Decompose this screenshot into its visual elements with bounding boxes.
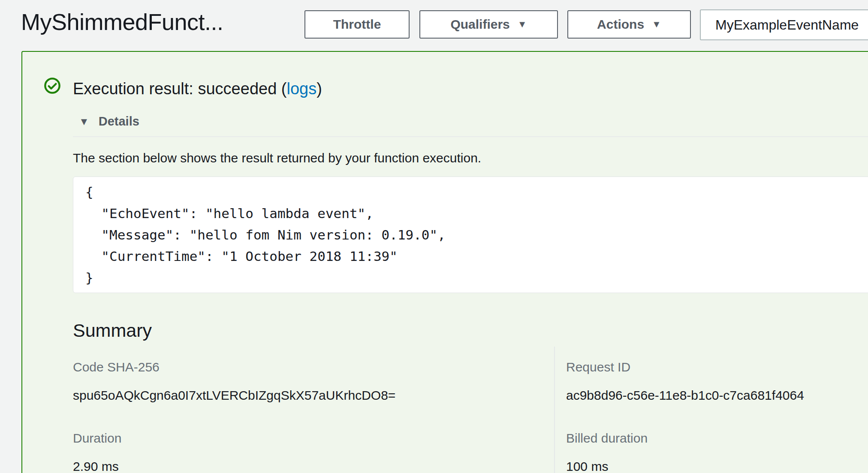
field-label: Code SHA-256: [73, 359, 395, 376]
details-expander[interactable]: ▼ Details: [79, 114, 139, 129]
test-event-select[interactable]: MyExampleEventName: [700, 9, 868, 40]
field-value: 100 ms: [566, 458, 648, 473]
throttle-button-label: Throttle: [333, 17, 381, 32]
qualifiers-button-label: Qualifiers: [450, 17, 509, 32]
execution-result-heading: Execution result: succeeded (logs): [73, 79, 322, 99]
test-event-select-value: MyExampleEventName: [715, 17, 859, 33]
logs-link[interactable]: logs: [287, 80, 317, 98]
details-expander-label: Details: [99, 114, 139, 129]
summary-field-request-id: Request ID ac9b8d96-c56e-11e8-b1c0-c7ca6…: [566, 359, 804, 404]
caret-down-icon: ▼: [518, 20, 527, 29]
result-description: The section below shows the result retur…: [73, 149, 481, 168]
caret-down-icon: ▼: [652, 20, 661, 29]
field-label: Billed duration: [566, 430, 648, 447]
summary-column-divider: [554, 347, 555, 473]
page-title: MyShimmedFunct...: [21, 7, 223, 37]
details-divider: [73, 136, 868, 137]
execution-result-panel: Execution result: succeeded (logs) ▼ Det…: [21, 51, 868, 473]
field-value: 2.90 ms: [73, 458, 121, 473]
result-heading-prefix: Execution result: succeeded (: [73, 80, 287, 98]
summary-field-code-sha256: Code SHA-256 spu65oAQkCgn6a0I7xtLVERCbIZ…: [73, 359, 395, 404]
throttle-button[interactable]: Throttle: [304, 10, 410, 39]
summary-field-billed-duration: Billed duration 100 ms: [566, 430, 648, 473]
field-value: ac9b8d96-c56e-11e8-b1c0-c7ca681f4064: [566, 387, 804, 404]
qualifiers-button[interactable]: Qualifiers ▼: [419, 10, 558, 39]
summary-field-duration: Duration 2.90 ms: [73, 430, 121, 473]
field-label: Request ID: [566, 359, 804, 376]
field-label: Duration: [73, 430, 121, 447]
triangle-down-icon: ▼: [79, 117, 89, 127]
execution-result-code-box: { "EchoEvent": "hello lambda event", "Me…: [73, 177, 868, 293]
summary-heading: Summary: [73, 318, 152, 342]
execution-result-json: { "EchoEvent": "hello lambda event", "Me…: [85, 181, 868, 288]
success-check-icon: [44, 77, 61, 94]
result-heading-suffix: ): [316, 80, 322, 98]
field-value: spu65oAQkCgn6a0I7xtLVERCbIZgqSkX57aUKrhc…: [73, 387, 395, 404]
actions-button-label: Actions: [597, 17, 644, 32]
actions-button[interactable]: Actions ▼: [567, 10, 691, 39]
